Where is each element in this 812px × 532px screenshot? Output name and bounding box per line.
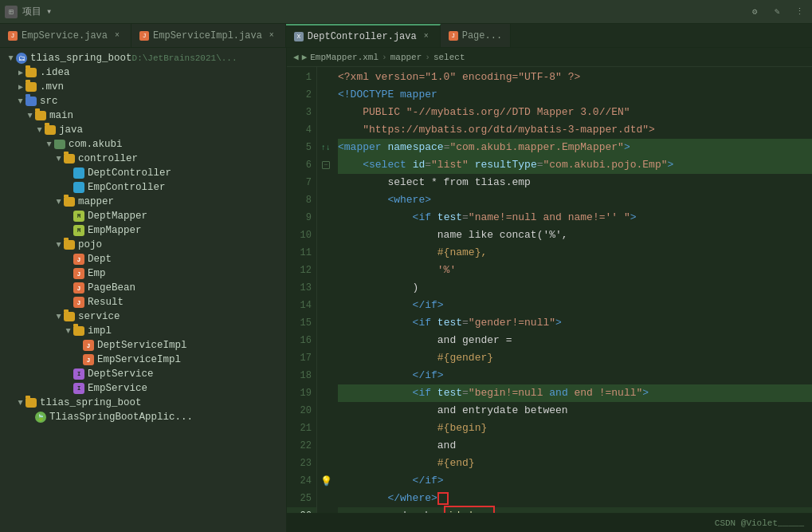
tab-icon-empserviceimpl: J <box>139 31 149 41</box>
project-label-area: ⊞ 项目 ▾ <box>5 5 52 18</box>
tree-pagebean[interactable]: ▶ J PageBean <box>0 281 286 295</box>
dsi-label: DeptServiceImpl <box>97 340 187 351</box>
gi-6[interactable]: − <box>317 156 335 174</box>
tree-idea[interactable]: ▶ .idea <box>0 65 286 80</box>
token-23-1: #{end} <box>338 455 475 472</box>
main-label: main <box>49 110 73 121</box>
dept-icon: J <box>73 254 84 265</box>
tree-mvn[interactable]: ▶ .mvn <box>0 80 286 94</box>
code-line-25: </where> <box>338 490 812 507</box>
emp-label: Emp <box>88 268 106 279</box>
tree-dept[interactable]: ▶ J Dept <box>0 252 286 266</box>
es-icon: I <box>73 383 84 394</box>
ln-4: 4 <box>287 121 316 139</box>
code-line-10: name like concat('%', <box>338 227 812 244</box>
tab-empserviceimpl[interactable]: J EmpServiceImpl.java × <box>131 24 286 47</box>
ln-18: 18 <box>287 367 316 384</box>
controller-label: controller <box>78 153 138 164</box>
tree-result[interactable]: ▶ J Result <box>0 295 286 309</box>
cursor-box-25 <box>437 492 449 505</box>
toolbar-more-btn[interactable]: ⋮ <box>791 4 807 20</box>
app-label: TliasSpringBootApplic... <box>49 412 193 423</box>
token-6-6: resultType <box>475 156 537 174</box>
tree-comakubi[interactable]: ▶ com.akubi <box>0 137 286 152</box>
tree-emp[interactable]: ▶ J Emp <box>0 266 286 281</box>
code-line-15: <if test="gender!=null"> <box>338 314 812 332</box>
comakubi-label: com.akubi <box>69 139 123 150</box>
token-19-6: end !=null" <box>568 384 643 402</box>
tree-empcontroller[interactable]: ▶ EmpController <box>0 180 286 195</box>
tree-mapper[interactable]: ▶ mapper <box>0 195 286 209</box>
tree-src[interactable]: ▶ src <box>0 94 286 108</box>
tab-close-empserviceimpl[interactable]: × <box>266 30 277 41</box>
tree-impl[interactable]: ▶ impl <box>0 324 286 338</box>
token-15-5: > <box>555 314 562 332</box>
toolbar-edit-btn[interactable]: ✎ <box>769 4 785 20</box>
project-tree: ▶ 🗂 tlias_spring_boot D:\JetBrains2021\.… <box>0 48 287 532</box>
token-19-5: and <box>549 384 567 402</box>
tab-close-empservice[interactable]: × <box>112 30 123 41</box>
gi-14 <box>317 297 335 314</box>
src-arrow: ▶ <box>16 97 25 106</box>
gi-5[interactable]: ↑ ↓ <box>317 139 335 156</box>
controller-folder-icon <box>64 154 75 164</box>
tree-empservice[interactable]: ▶ I EmpService <box>0 381 286 396</box>
gi-18 <box>317 367 335 384</box>
empctrl-label: EmpController <box>88 182 166 193</box>
gi-22 <box>317 437 335 455</box>
empmapper-icon: M <box>73 225 84 236</box>
tree-service[interactable]: ▶ service <box>0 309 286 324</box>
tree-java[interactable]: ▶ java <box>0 123 286 137</box>
tree-main[interactable]: ▶ main <box>0 108 286 123</box>
comakubi-arrow: ▶ <box>45 140 54 149</box>
token-5-1: <mapper <box>338 139 387 156</box>
tab-deptcontroller[interactable]: X DeptController.java × <box>286 24 441 47</box>
tree-deptmapper[interactable]: ▶ M DeptMapper <box>0 209 286 223</box>
tab-page4[interactable]: J Page... <box>441 24 511 47</box>
token-9-2: test <box>437 209 462 227</box>
code-line-20: and entrydate between <box>338 402 812 420</box>
tree-tlias-app[interactable]: ▶ 🍃 TliasSpringBootApplic... <box>0 410 286 424</box>
tab-close-deptcontroller[interactable]: × <box>421 31 432 42</box>
fold-6[interactable]: − <box>322 161 330 169</box>
token-10-1: name like concat('%', <box>338 227 568 244</box>
token-4-1: "https://mybatis.org/dtd/mybatis-3-mappe… <box>338 121 655 139</box>
empmapper-label: EmpMapper <box>88 225 142 236</box>
token-6-4: "list" <box>431 156 469 174</box>
gi-24[interactable]: 💡 <box>317 472 335 490</box>
emp-icon: J <box>73 268 84 279</box>
gi-16 <box>317 332 335 349</box>
code-line-11: #{name}, <box>338 244 812 262</box>
token-15-1: <if <box>338 314 437 332</box>
token-21-1: #{begin} <box>338 420 487 437</box>
code-area[interactable]: 1 2 3 4 5 6 7 8 9 10 11 12 13 14 15 16 1… <box>287 67 812 513</box>
toolbar-settings-btn[interactable]: ⚙ <box>747 4 763 20</box>
tree-root[interactable]: ▶ 🗂 tlias_spring_boot D:\JetBrains2021\.… <box>0 51 286 65</box>
code-line-14: </if> <box>338 297 812 314</box>
token-24-1: </if> <box>338 472 444 490</box>
mapper-arrow: ▶ <box>54 197 64 207</box>
ln-17: 17 <box>287 349 316 367</box>
mapper-label: mapper <box>78 196 114 207</box>
gi-25 <box>317 490 335 507</box>
src-label: src <box>40 96 58 107</box>
tree-controller[interactable]: ▶ controller <box>0 152 286 166</box>
token-13-1: ) <box>338 279 418 297</box>
code-line-16: and gender = <box>338 332 812 349</box>
controller-arrow: ▶ <box>54 154 64 164</box>
tree-deptcontroller[interactable]: ▶ DeptController <box>0 166 286 180</box>
code-lines[interactable]: <?xml version="1.0" encoding="UTF-8" ?> … <box>335 67 812 513</box>
breadcrumb-nav-back[interactable]: ◀ <box>293 52 299 62</box>
tab-empservice[interactable]: J EmpService.java × <box>0 24 131 47</box>
impl-label: impl <box>88 325 112 337</box>
tree-pojo[interactable]: ▶ pojo <box>0 238 286 252</box>
breadcrumb-nav-fwd[interactable]: ▶ <box>302 52 308 62</box>
breadcrumb-sep1: › <box>382 53 387 62</box>
tree-tlias2[interactable]: ▶ tlias_spring_boot <box>0 396 286 410</box>
root-label: tlias_spring_boot <box>30 53 132 64</box>
tree-empmapper[interactable]: ▶ M EmpMapper <box>0 223 286 238</box>
tree-deptservice[interactable]: ▶ I DeptService <box>0 367 286 381</box>
tree-empserviceimpl[interactable]: ▶ J EmpServiceImpl <box>0 353 286 367</box>
gi-26 <box>317 507 335 513</box>
tree-deptserviceimpl[interactable]: ▶ J DeptServiceImpl <box>0 338 286 353</box>
